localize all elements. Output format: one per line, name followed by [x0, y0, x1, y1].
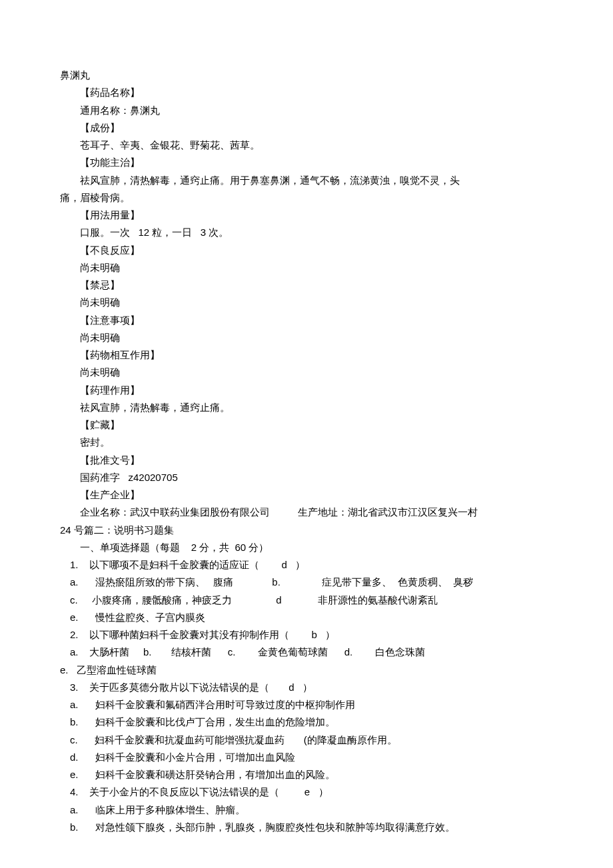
heading-precaution: 【注意事项】 — [60, 312, 553, 329]
heading-contra: 【禁忌】 — [60, 276, 553, 294]
question-3-option-c: c. 妇科千金胶囊和抗凝血药可能增强抗凝血药 (的降凝血酶原作用。 — [60, 731, 553, 749]
common-name: 通用名称：鼻渊丸 — [60, 102, 553, 119]
pharma: 祛风宣肺，清热解毒，通窍止痛。 — [60, 399, 553, 416]
precaution: 尚未明确 — [60, 329, 553, 346]
heading-interaction: 【药物相互作用】 — [60, 346, 553, 364]
question-1-option-a-b: a. 湿热瘀阻所致的带下病、 腹痛 b. 症见带下量多、 色黄质稠、 臭秽 — [60, 574, 553, 591]
approval-number: 国药准字 z42020705 — [60, 469, 553, 486]
adverse: 尚未明确 — [60, 259, 553, 276]
question-4: 4. 关于小金片的不良反应以下说法错误的是（ e ） — [60, 783, 553, 801]
question-3-option-b: b. 妇科千金胶囊和比伐卢丁合用，发生出血的危险增加。 — [60, 713, 553, 731]
function-line2: 痛，眉棱骨病。 — [60, 189, 553, 207]
quiz-section-title: 一、单项选择题（每题 2 分，共 60 分） — [60, 539, 553, 556]
heading-adverse: 【不良反应】 — [60, 242, 553, 259]
ingredients: 苍耳子、辛夷、金银花、野菊花、茜草。 — [60, 137, 553, 154]
heading-storage: 【贮藏】 — [60, 416, 553, 434]
heading-function: 【功能主治】 — [60, 154, 553, 171]
manufacturer-line1: 企业名称：武汉中联药业集团股份有限公司 生产地址：湖北省武汉市江汉区复兴一村 — [60, 504, 553, 521]
question-2-option-e: e. 乙型溶血性链球菌 — [60, 661, 553, 679]
question-4-option-a: a. 临床上用于多种腺体增生、肿瘤。 — [60, 801, 553, 819]
question-1-option-e: e. 慢性盆腔炎、子宫内膜炎 — [60, 609, 553, 626]
heading-drug-name: 【药品名称】 — [60, 84, 553, 101]
question-1-option-c-d: c. 小腹疼痛，腰骶酸痛，神疲乏力 d 非肝源性的氨基酸代谢紊乱 — [60, 592, 553, 609]
contra: 尚未明确 — [60, 294, 553, 311]
question-3-option-e: e. 妇科千金胶囊和磺达肝癸钠合用，有增加出血的风险。 — [60, 766, 553, 783]
heading-manufacturer: 【生产企业】 — [60, 486, 553, 504]
heading-pharma: 【药理作用】 — [60, 382, 553, 399]
document-title: 鼻渊丸 — [60, 67, 553, 84]
question-1: 1. 以下哪项不是妇科千金胶囊的适应证（ d ） — [60, 556, 553, 574]
question-2-option-a-d: a. 大肠杆菌 b. 结核杆菌 c. 金黄色葡萄球菌 d. 白色念珠菌 — [60, 644, 553, 661]
question-2: 2. 以下哪种菌妇科千金胶囊对其没有抑制作用（ b ） — [60, 626, 553, 644]
heading-approval: 【批准文号】 — [60, 452, 553, 469]
question-3: 3. 关于匹多莫德分散片以下说法错误的是（ d ） — [60, 679, 553, 696]
question-4-option-b: b. 对急性颌下腺炎，头部疖肿，乳腺炎，胸腹腔炎性包块和脓肿等均取得满意疗效。 — [60, 819, 553, 836]
question-3-option-d: d. 妇科千金胶囊和小金片合用，可增加出血风险 — [60, 749, 553, 766]
question-3-option-a: a. 妇科千金胶囊和氟硝西泮合用时可导致过度的中枢抑制作用 — [60, 696, 553, 713]
interaction: 尚未明确 — [60, 364, 553, 381]
function-line1: 祛风宣肺，清热解毒，通窍止痛。用于鼻塞鼻渊，通气不畅，流涕黄浊，嗅觉不灵，头 — [60, 172, 553, 189]
usage: 口服。一次 12 粒，一日 3 次。 — [60, 224, 553, 241]
heading-ingredients: 【成份】 — [60, 119, 553, 137]
manufacturer-line2: 24 号篇二：说明书习题集 — [60, 522, 553, 539]
storage: 密封。 — [60, 434, 553, 451]
heading-usage: 【用法用量】 — [60, 207, 553, 224]
